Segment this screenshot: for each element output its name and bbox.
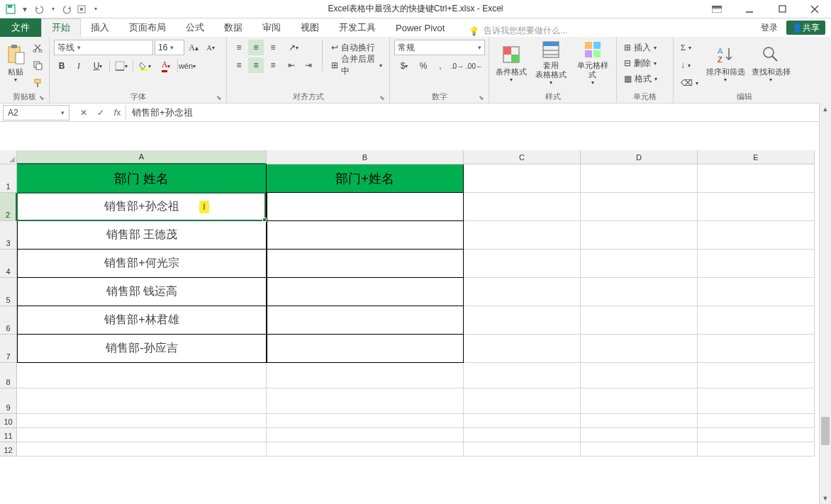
qat-dropdown-2-icon[interactable]: ▾ [47,3,60,16]
format-as-table-button[interactable]: 套用 表格格式▾ [531,40,570,86]
cell-B9[interactable] [267,388,464,414]
cell-D12[interactable] [581,442,698,457]
cell-D9[interactable] [581,388,698,414]
cell-B12[interactable] [267,442,464,457]
number-dialog-icon[interactable]: ⬊ [479,94,484,101]
ribbon-options-icon[interactable] [701,0,733,18]
select-all-button[interactable] [0,150,17,164]
font-color-button[interactable]: A▾ [156,58,176,74]
cell-D6[interactable] [581,306,698,335]
align-middle-icon[interactable]: ≡ [248,40,264,55]
bold-button[interactable]: B [54,58,69,74]
decrease-font-icon[interactable]: A▾ [203,40,218,55]
qat-dropdown-1-icon[interactable]: ▾ [18,3,31,16]
format-painter-icon[interactable] [30,75,45,91]
font-dialog-icon[interactable]: ⬊ [216,94,222,101]
save-icon[interactable] [4,3,17,16]
cell-E3[interactable] [698,221,815,250]
cut-icon[interactable] [30,40,45,55]
cell-B2[interactable] [267,193,464,221]
scrollbar-thumb[interactable] [821,417,830,445]
accounting-icon[interactable]: $▾ [394,58,414,74]
col-header-D[interactable]: D [581,150,698,164]
format-cells-button[interactable]: ▦格式▾ [621,71,660,86]
font-size-combo[interactable]: 16▾ [155,40,184,55]
align-top-icon[interactable]: ≡ [231,40,247,55]
cell-A7[interactable]: 销售部-孙应吉 [17,335,267,363]
row-header-3[interactable]: 3 [0,221,17,250]
cell-D11[interactable] [581,428,698,442]
autosum-button[interactable]: Σ▾ [678,40,701,55]
insert-cells-button[interactable]: ⊞插入▾ [621,40,659,55]
scroll-up-icon[interactable]: ▲ [820,103,831,115]
cell-B6[interactable] [267,306,464,335]
cell-A12[interactable] [17,442,267,457]
cell-D8[interactable] [581,363,698,388]
minimize-button[interactable] [733,0,766,18]
formula-input[interactable]: 销售部+孙念祖 [126,105,831,121]
cell-E8[interactable] [698,363,815,388]
cell-B7[interactable] [267,335,464,363]
align-dialog-icon[interactable]: ⬊ [379,94,385,101]
cell-A4[interactable]: 销售部+何光宗 [17,250,267,278]
conditional-format-button[interactable]: 条件格式▾ [493,40,528,86]
increase-decimal-icon[interactable]: .0→ [450,58,465,74]
font-name-combo[interactable]: 等线▾ [54,40,153,55]
decrease-indent-icon[interactable]: ⇤ [284,57,299,73]
tab-data[interactable]: 数据 [214,18,252,37]
cell-A8[interactable] [17,363,267,388]
col-header-E[interactable]: E [698,150,815,164]
tab-power-pivot[interactable]: Power Pivot [386,18,454,37]
tab-review[interactable]: 审阅 [252,18,291,37]
cell-C6[interactable] [464,306,581,335]
cell-D7[interactable] [581,335,698,363]
cell-D4[interactable] [581,250,698,278]
underline-button[interactable]: U▾ [88,58,108,74]
col-header-C[interactable]: C [464,150,581,164]
row-header-2[interactable]: 2 [0,193,17,221]
tab-view[interactable]: 视图 [291,18,329,37]
login-link[interactable]: 登录 [761,22,778,34]
cell-C1[interactable] [464,164,581,193]
paste-button[interactable]: 粘贴▾ [4,40,27,86]
cell-B10[interactable] [267,414,464,428]
cell-C12[interactable] [464,442,581,457]
percent-icon[interactable]: % [415,58,431,74]
worksheet-grid[interactable]: 1 2 3 4 5 6 7 8 9 10 11 12 A B C D E 部门 … [0,150,831,501]
cell-C4[interactable] [464,250,581,278]
clear-button[interactable]: ⌫▾ [678,75,701,91]
cell-C10[interactable] [464,414,581,428]
row-header-6[interactable]: 6 [0,306,17,335]
number-format-combo[interactable]: 常规▾ [394,40,485,55]
cell-A6[interactable]: 销售部+林君雄 [17,306,267,335]
clipboard-dialog-icon[interactable]: ⬊ [39,94,45,101]
cell-D2[interactable] [581,193,698,221]
align-bottom-icon[interactable]: ≡ [265,40,281,55]
cell-C8[interactable] [464,363,581,388]
find-select-button[interactable]: 查找和选择▾ [749,40,792,86]
cell-C11[interactable] [464,428,581,442]
row-header-4[interactable]: 4 [0,250,17,278]
merge-center-button[interactable]: ⊞合并后居中▾ [328,57,385,73]
cell-E11[interactable] [698,428,815,442]
comma-icon[interactable]: , [433,58,448,74]
cell-A2[interactable]: 销售部+孙念祖 I [17,193,267,221]
phonetic-icon[interactable]: wén▾ [179,58,195,74]
cell-D10[interactable] [581,414,698,428]
tab-formulas[interactable]: 公式 [176,18,214,37]
grid-body[interactable]: A B C D E 部门 姓名 部门+姓名 销售部+孙念祖 I 销售部 王德茂 [17,150,831,501]
cell-A1[interactable]: 部门 姓名 [17,164,267,193]
cell-A9[interactable] [17,388,267,414]
row-header-12[interactable]: 12 [0,442,17,457]
cell-B1[interactable]: 部门+姓名 [267,164,464,193]
cancel-icon[interactable]: ✕ [75,105,92,121]
align-right-icon[interactable]: ≡ [265,57,281,73]
cell-C7[interactable] [464,335,581,363]
cell-B8[interactable] [267,363,464,388]
cell-C2[interactable] [464,193,581,221]
decrease-decimal-icon[interactable]: .00← [467,58,482,74]
cell-E10[interactable] [698,414,815,428]
tell-me[interactable]: 💡 告诉我您想要做什么... [469,25,567,37]
redo-icon[interactable] [61,3,74,16]
fill-color-button[interactable]: ▾ [135,58,155,74]
